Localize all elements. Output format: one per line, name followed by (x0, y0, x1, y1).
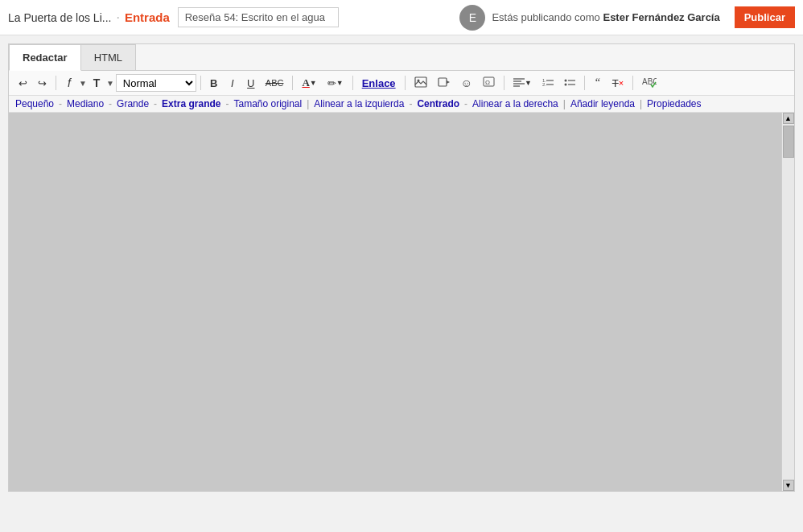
avatar: E (459, 5, 485, 31)
color-dropdown-arrow: ▼ (310, 79, 317, 87)
separator-4 (352, 76, 353, 90)
highlight-icon: ✏ (327, 77, 336, 89)
svg-text:2.: 2. (542, 82, 546, 87)
highlight-dropdown-arrow: ▼ (336, 79, 344, 87)
text-color-button[interactable]: A ▼ (297, 74, 321, 92)
align-list-group: ▼ 1.2. (509, 74, 580, 92)
svg-rect-0 (415, 77, 426, 87)
align-right-link[interactable]: Alinear a la derecha (472, 98, 558, 109)
italic-button[interactable]: I (224, 74, 241, 92)
text-format-group: B I U ABC (205, 74, 289, 92)
top-bar: La Puerta de los Li... · Entrada E Estás… (0, 0, 803, 35)
svg-point-14 (564, 79, 566, 81)
tab-html[interactable]: HTML (80, 44, 136, 70)
redo-button[interactable]: ↪ (33, 74, 51, 92)
insert-video-button[interactable] (433, 74, 455, 92)
insert-image-icon (414, 76, 427, 90)
separator-3 (292, 76, 293, 90)
insert-special-button[interactable]: Ω (478, 74, 500, 92)
blockquote-icon: “ (595, 76, 600, 89)
separator-dot: · (116, 10, 119, 25)
separator-7 (584, 76, 585, 90)
publish-button[interactable]: Publicar (735, 6, 795, 28)
remove-format-icon: T (612, 77, 619, 89)
size-large-link[interactable]: Grande (117, 98, 149, 109)
add-caption-link[interactable]: Añadir leyenda (570, 98, 635, 109)
user-info: E Estás publicando como Ester Fernández … (459, 5, 795, 31)
size-extra-large-link[interactable]: Extra grande (162, 98, 220, 109)
blockquote-button[interactable]: “ (589, 74, 607, 92)
user-publishing-label: Estás publicando como Ester Fernández Ga… (492, 11, 719, 23)
bold-button[interactable]: B (205, 74, 223, 92)
svg-rect-2 (439, 78, 447, 86)
text-color-icon: A (302, 76, 309, 89)
scroll-thumb[interactable] (783, 126, 794, 158)
separator-6 (504, 76, 504, 90)
undo-button[interactable]: ↩ (14, 74, 32, 92)
svg-marker-3 (447, 80, 450, 84)
size-medium-link[interactable]: Mediano (67, 98, 104, 109)
editor-tabs: Redactar HTML (9, 44, 794, 71)
post-type-label: Entrada (125, 10, 170, 24)
link-button[interactable]: Enlace (357, 74, 401, 92)
align-button[interactable]: ▼ (509, 74, 537, 92)
insert-video-icon (438, 76, 451, 90)
strikethrough-button[interactable]: ABC (261, 74, 289, 92)
color-group: A ▼ ✏ ▼ (297, 74, 348, 92)
align-icon (513, 77, 525, 89)
font-size-dropdown-arrow: ▼ (106, 79, 114, 88)
font-size-button[interactable]: T (88, 74, 105, 92)
emoji-icon: ☺ (461, 76, 472, 89)
image-toolbar: Pequeño - Mediano - Grande - Extra grand… (9, 96, 794, 113)
center-link[interactable]: Centrado (417, 98, 459, 109)
highlight-button[interactable]: ✏ ▼ (323, 74, 348, 92)
blog-title[interactable]: La Puerta de los Li... (8, 11, 111, 24)
editor-area[interactable]: ▲ ▼ (9, 113, 794, 491)
underline-button[interactable]: U (242, 74, 260, 92)
quote-clear-group: “ T × (589, 74, 628, 92)
separator-8 (632, 76, 633, 90)
spellcheck-icon: ABC (642, 76, 657, 90)
post-title-input[interactable] (178, 7, 339, 27)
svg-text:Ω: Ω (485, 79, 490, 86)
insert-group: ☺ Ω (410, 74, 500, 92)
scroll-up-button[interactable]: ▲ (783, 113, 794, 124)
font-family-button[interactable]: f (60, 74, 78, 92)
font-dropdown-arrow: ▼ (79, 79, 87, 88)
special-char-icon: Ω (483, 76, 495, 89)
ordered-list-icon: 1.2. (542, 77, 554, 89)
insert-image-button[interactable] (410, 74, 432, 92)
font-group: f ▼ T ▼ (60, 74, 114, 92)
properties-link[interactable]: Propiedades (647, 98, 701, 109)
format-dropdown[interactable]: Normal Título Subtítulo Menor (116, 74, 196, 92)
scroll-down-button[interactable]: ▼ (783, 480, 794, 491)
editor-toolbar: ↩ ↪ f ▼ T ▼ Normal Título Subtítulo Meno… (9, 71, 794, 96)
align-left-link[interactable]: Alinear a la izquierda (314, 98, 404, 109)
insert-emoji-button[interactable]: ☺ (456, 74, 477, 92)
undo-redo-group: ↩ ↪ (14, 74, 51, 92)
remove-format-cross: × (619, 78, 624, 88)
size-small-link[interactable]: Pequeño (15, 98, 54, 109)
spellcheck-button[interactable]: ABC (637, 74, 661, 92)
separator-1 (56, 76, 56, 90)
unordered-list-icon (564, 77, 575, 89)
size-original-link[interactable]: Tamaño original (233, 98, 302, 109)
svg-point-16 (564, 83, 566, 85)
unordered-list-button[interactable] (559, 74, 580, 92)
scrollbar[interactable]: ▲ ▼ (781, 113, 794, 491)
separator-2 (200, 76, 201, 90)
editor-wrapper: Redactar HTML ↩ ↪ f ▼ T ▼ Normal Título … (8, 43, 795, 492)
tab-redactar[interactable]: Redactar (9, 44, 81, 71)
remove-format-button[interactable]: T × (607, 74, 628, 92)
ordered-list-button[interactable]: 1.2. (537, 74, 558, 92)
separator-5 (405, 76, 406, 90)
